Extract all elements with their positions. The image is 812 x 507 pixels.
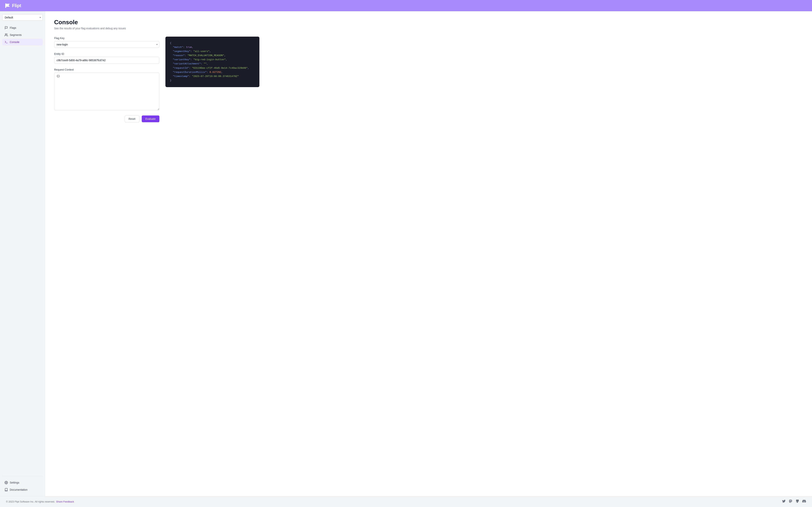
json-value-variantattachment: "" bbox=[204, 62, 207, 65]
sidebar-nav: Flags Segments Console bbox=[2, 24, 43, 476]
page-subtitle: See the results of your flag evaluations… bbox=[54, 27, 803, 30]
svg-point-4 bbox=[6, 482, 7, 483]
flag-key-group: Flag Key new-login ▾ bbox=[54, 37, 159, 48]
form-actions: Reset Evaluate bbox=[54, 115, 159, 122]
json-value-match: true bbox=[186, 46, 192, 49]
console-icon bbox=[4, 40, 8, 44]
flag-key-label: Flag Key bbox=[54, 37, 159, 40]
footer-copyright: © 2023 Flipt Software Inc. All rights re… bbox=[6, 500, 55, 503]
footer-social bbox=[782, 499, 806, 504]
json-close-brace: } bbox=[170, 79, 171, 82]
svg-point-2 bbox=[5, 34, 6, 35]
json-value-variantkey: "big-red-login-button" bbox=[193, 58, 226, 61]
app-header: Flipt bbox=[0, 0, 812, 11]
sidebar-item-documentation[interactable]: Documentation bbox=[2, 486, 43, 493]
page-title: Console bbox=[54, 19, 803, 26]
entity-id-group: Entity ID bbox=[54, 52, 159, 64]
json-value-timestamp: "2023-07-26T19:08:08.374631470Z" bbox=[192, 75, 239, 78]
share-feedback-link[interactable]: Share Feedback bbox=[56, 500, 74, 503]
flag-icon bbox=[4, 26, 8, 30]
twitter-icon[interactable] bbox=[782, 499, 786, 504]
gear-icon bbox=[4, 481, 8, 484]
sidebar-documentation-label: Documentation bbox=[10, 488, 28, 491]
json-value-segmentkey: "all-users" bbox=[193, 50, 210, 53]
github-icon[interactable] bbox=[796, 499, 799, 504]
flipt-logo-icon bbox=[4, 3, 10, 9]
sidebar: Default ▾ Flags Segments bbox=[0, 11, 45, 496]
json-output-panel: { "match": true, "segmentKey": "all-user… bbox=[165, 37, 259, 87]
namespace-selector[interactable]: Default ▾ bbox=[2, 14, 43, 21]
json-open-brace: { bbox=[170, 42, 171, 45]
discord-icon[interactable] bbox=[802, 499, 806, 504]
sidebar-item-settings[interactable]: Settings bbox=[2, 479, 43, 486]
sidebar-item-console[interactable]: Console bbox=[2, 39, 43, 46]
flag-key-select-wrapper[interactable]: new-login ▾ bbox=[54, 41, 159, 48]
sidebar-item-flags[interactable]: Flags bbox=[2, 24, 43, 31]
json-key-segmentkey: "segmentKey" bbox=[173, 50, 191, 53]
footer: © 2023 Flipt Software Inc. All rights re… bbox=[0, 496, 812, 507]
sidebar-item-segments[interactable]: Segments bbox=[2, 32, 43, 38]
app-title: Flipt bbox=[12, 3, 21, 8]
request-context-label: Request Context bbox=[54, 68, 159, 71]
json-key-variantattachment: "variantAttachment" bbox=[173, 62, 201, 65]
json-value-reason: "MATCH_EVALUATION_REASON" bbox=[188, 54, 224, 57]
json-key-timestamp: "timestamp" bbox=[173, 75, 189, 78]
svg-rect-0 bbox=[5, 3, 6, 8]
json-key-requestid: "requestId" bbox=[173, 67, 189, 69]
namespace-select[interactable]: Default bbox=[2, 14, 43, 21]
json-key-match: "match" bbox=[173, 46, 183, 49]
app-body: Default ▾ Flags Segments bbox=[0, 11, 812, 496]
console-form: Flag Key new-login ▾ Entity ID Request C… bbox=[54, 37, 159, 122]
entity-id-label: Entity ID bbox=[54, 52, 159, 55]
console-body: Flag Key new-login ▾ Entity ID Request C… bbox=[54, 37, 803, 122]
logo: Flipt bbox=[4, 3, 21, 9]
json-value-requestid: "631190ee-cf2f-46d5-8e14-7c49ac329b98" bbox=[192, 67, 248, 69]
mastodon-icon[interactable] bbox=[789, 499, 793, 504]
evaluate-button[interactable]: Evaluate bbox=[142, 115, 159, 122]
flag-key-select[interactable]: new-login bbox=[54, 41, 159, 48]
main-content: Console See the results of your flag eva… bbox=[45, 11, 812, 496]
json-value-requestduration: 0.627292 bbox=[210, 71, 221, 74]
reset-button[interactable]: Reset bbox=[124, 115, 140, 122]
request-context-group: Request Context {} bbox=[54, 68, 159, 111]
sidebar-flags-label: Flags bbox=[10, 26, 16, 29]
sidebar-segments-label: Segments bbox=[10, 34, 21, 37]
footer-left: © 2023 Flipt Software Inc. All rights re… bbox=[6, 500, 74, 503]
book-icon bbox=[4, 488, 8, 492]
users-icon bbox=[4, 33, 8, 37]
json-key-requestduration: "requestDurationMillis" bbox=[173, 71, 207, 74]
sidebar-bottom: Settings Documentation bbox=[2, 476, 43, 493]
entity-id-input[interactable] bbox=[54, 57, 159, 64]
json-key-reason: "reason" bbox=[173, 54, 185, 57]
json-key-variantkey: "variantKey" bbox=[173, 58, 191, 61]
sidebar-console-label: Console bbox=[10, 41, 19, 44]
sidebar-settings-label: Settings bbox=[10, 481, 19, 484]
request-context-textarea[interactable]: {} bbox=[54, 73, 159, 110]
